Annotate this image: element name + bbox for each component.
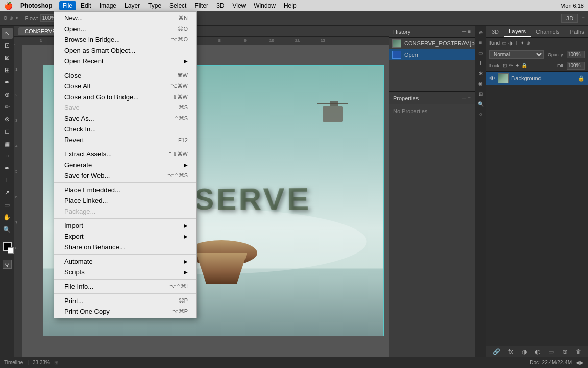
tab-paths[interactable]: Paths — [565, 27, 588, 37]
tool-hand[interactable]: ✋ — [2, 212, 13, 223]
far-right-icon-3[interactable]: T — [476, 58, 485, 67]
background-color[interactable] — [8, 247, 14, 254]
tool-eraser[interactable]: ◻ — [2, 126, 13, 137]
history-collapse-btn[interactable]: ─ — [462, 29, 466, 34]
layer-visibility-eye[interactable]: 👁 — [489, 75, 495, 81]
link-layers-btn[interactable]: 🔗 — [493, 348, 500, 355]
far-right-icon-6[interactable]: ⊞ — [476, 89, 485, 98]
tool-type[interactable]: T — [2, 175, 13, 186]
menu-item-browse-in-bridge-[interactable]: Browse in Bridge...⌥⌘O — [54, 34, 196, 45]
menu-item-check-in-[interactable]: Check In... — [54, 124, 196, 134]
tool-zoom[interactable]: 🔍 — [2, 224, 13, 235]
tool-pen[interactable]: ✒ — [2, 163, 13, 174]
tool-wand[interactable]: ⊠ — [2, 52, 13, 63]
menu-item-file-info-[interactable]: File Info...⌥⇧⌘I — [54, 281, 196, 292]
3d-button[interactable]: 3D — [561, 14, 578, 23]
far-right-icon-8[interactable]: ○ — [476, 109, 485, 119]
history-panel-controls[interactable]: ─ ≡ — [462, 29, 471, 34]
properties-panel-controls[interactable]: ─ ≡ — [462, 95, 471, 101]
menu-item-save-as-[interactable]: Save As...⇧⌘S — [54, 113, 196, 124]
menu-item-print-one-copy[interactable]: Print One Copy⌥⌘P — [54, 306, 196, 317]
zoom-icon[interactable]: ⊞ — [54, 360, 58, 365]
properties-menu-btn[interactable]: ≡ — [468, 95, 471, 101]
tool-move[interactable]: ↖ — [2, 28, 13, 39]
menu-item-open-recent[interactable]: Open Recent▶ — [54, 56, 196, 66]
lock-position[interactable]: ✦ — [515, 63, 519, 68]
new-layer-btn[interactable]: ⊕ — [562, 348, 568, 355]
tool-dodge[interactable]: ○ — [2, 150, 13, 162]
file-dropdown-menu[interactable]: New...⌘NOpen...⌘OBrowse in Bridge...⌥⌘OO… — [54, 11, 197, 318]
menu-view[interactable]: View — [229, 1, 249, 10]
far-right-icon-1[interactable]: ≡ — [476, 38, 485, 47]
menu-item-import[interactable]: Import▶ — [54, 220, 196, 231]
menu-layer[interactable]: Layer — [121, 1, 143, 10]
menu-file[interactable]: File — [59, 1, 76, 10]
tab-channels[interactable]: Channels — [531, 27, 565, 37]
lock-transparent[interactable]: ⊡ — [503, 63, 507, 68]
blend-mode-select[interactable]: Normal Multiply Screen Overlay — [489, 50, 544, 59]
tool-brush[interactable]: ✏ — [2, 101, 13, 112]
menu-item-new-[interactable]: New...⌘N — [54, 13, 196, 24]
menu-window[interactable]: Window — [250, 1, 279, 10]
fill-input[interactable] — [567, 62, 585, 70]
far-right-icon-7[interactable]: 🔍 — [476, 99, 485, 108]
layer-item-background[interactable]: 👁 Background 🔒 — [486, 72, 588, 85]
tool-shape[interactable]: ▭ — [2, 199, 13, 211]
menu-item-generate[interactable]: Generate▶ — [54, 159, 196, 170]
far-right-icon-0[interactable]: ⊕ — [476, 28, 485, 37]
menu-item-open-[interactable]: Open...⌘O — [54, 24, 196, 34]
menu-item-close-and-go-to-bridge-[interactable]: Close and Go to Bridge...⇧⌘W — [54, 91, 196, 102]
foreground-color[interactable] — [3, 242, 12, 251]
far-right-icon-2[interactable]: ▭ — [476, 48, 485, 57]
menu-help[interactable]: Help — [280, 1, 300, 10]
menu-item-place-linked-[interactable]: Place Linked... — [54, 195, 196, 206]
doc-arrows[interactable]: ◀▶ — [576, 360, 584, 365]
mask-btn[interactable]: ◑ — [522, 348, 527, 355]
menu-item-extract-assets-[interactable]: Extract Assets...⌃⇧⌘W — [54, 149, 196, 159]
far-right-icon-4[interactable]: ✱ — [476, 68, 485, 78]
kind-icon-type[interactable]: T — [515, 40, 518, 46]
kind-icon-shape[interactable]: ✦ — [520, 40, 524, 46]
tool-heal[interactable]: ⊕ — [2, 89, 13, 100]
menu-item-revert[interactable]: RevertF12 — [54, 134, 196, 145]
menu-item-close-all[interactable]: Close All⌥⌘W — [54, 81, 196, 91]
delete-layer-btn[interactable]: 🗑 — [576, 348, 582, 355]
tool-eyedropper[interactable]: ✒ — [2, 77, 13, 88]
tool-crop[interactable]: ⊞ — [2, 64, 13, 76]
menu-type[interactable]: Type — [144, 1, 165, 10]
group-btn[interactable]: ▭ — [548, 348, 554, 355]
tool-path-select[interactable]: ↗ — [2, 187, 13, 198]
kind-icon-smart[interactable]: ⊕ — [526, 40, 530, 46]
lock-all[interactable]: 🔒 — [521, 63, 527, 68]
menu-item-close[interactable]: Close⌘W — [54, 70, 196, 81]
menu-select[interactable]: Select — [166, 1, 190, 10]
menu-item-share-on-behance-[interactable]: Share on Behance... — [54, 242, 196, 252]
apple-menu[interactable]: 🍎 — [4, 2, 13, 10]
lock-image[interactable]: ✏ — [509, 63, 513, 68]
menu-image[interactable]: Image — [96, 1, 120, 10]
tab-3d[interactable]: 3D — [486, 27, 504, 37]
opacity-input[interactable] — [567, 51, 585, 58]
menu-filter[interactable]: Filter — [191, 1, 212, 10]
menu-item-scripts[interactable]: Scripts▶ — [54, 267, 196, 278]
menu-item-print-[interactable]: Print...⌘P — [54, 295, 196, 306]
kind-icon-pixel[interactable]: ▭ — [502, 40, 506, 46]
menu-item-automate[interactable]: Automate▶ — [54, 256, 196, 267]
adjustment-btn[interactable]: ◐ — [535, 348, 540, 355]
menu-3d[interactable]: 3D — [213, 1, 228, 10]
fx-btn[interactable]: fx — [508, 348, 513, 355]
history-menu-btn[interactable]: ≡ — [468, 29, 471, 34]
history-item-file[interactable]: CONSERVE_POSTERAV.jpg — [389, 38, 475, 49]
properties-collapse-btn[interactable]: ─ — [462, 95, 466, 101]
kind-icon-adjust[interactable]: ◑ — [508, 40, 513, 46]
quick-mask[interactable]: Q — [3, 260, 12, 269]
history-item-open[interactable]: Open — [389, 49, 475, 60]
menu-item-save-for-web-[interactable]: Save for Web...⌥⇧⌘S — [54, 170, 196, 181]
menu-item-place-embedded-[interactable]: Place Embedded... — [54, 185, 196, 195]
menu-item-open-as-smart-object-[interactable]: Open as Smart Object... — [54, 45, 196, 56]
tool-stamp[interactable]: ⊗ — [2, 113, 13, 125]
tool-gradient[interactable]: ▦ — [2, 138, 13, 149]
far-right-icon-5[interactable]: ◉ — [476, 79, 485, 88]
menu-item-export[interactable]: Export▶ — [54, 231, 196, 242]
menu-edit[interactable]: Edit — [77, 1, 95, 10]
